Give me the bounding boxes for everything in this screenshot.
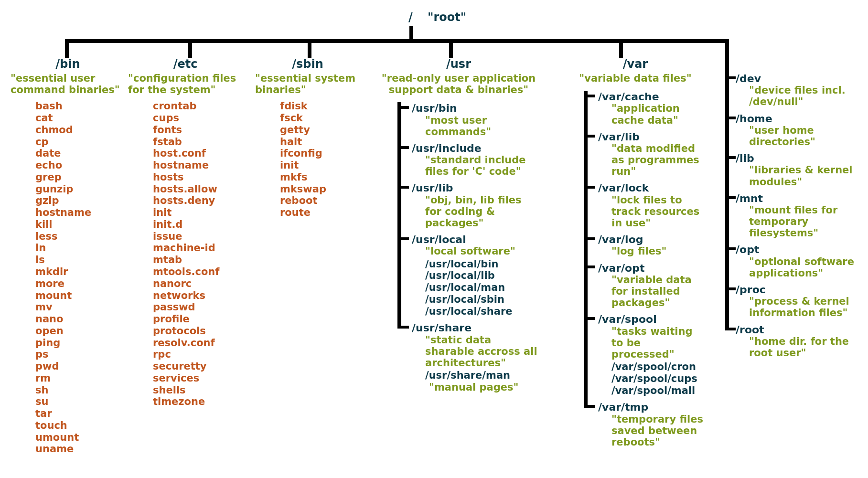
var-tick bbox=[584, 266, 595, 268]
var-sub: /var/opt"variable data for installed pac… bbox=[584, 262, 707, 309]
etc-item: networks bbox=[153, 290, 243, 302]
var-desc: "variable data files" bbox=[564, 73, 707, 84]
var-subsub-item: /var/spool/cron bbox=[611, 361, 707, 373]
bin-item: grep bbox=[35, 171, 125, 183]
bin-item: echo bbox=[35, 159, 125, 171]
col-etc: /etc "configuration files for the system… bbox=[128, 57, 243, 408]
drop-etc bbox=[188, 39, 192, 58]
sbin-item: mkfs bbox=[280, 171, 360, 183]
usr-tick bbox=[397, 326, 409, 329]
usr-tick bbox=[397, 186, 409, 189]
right-sub-desc: "user home directories" bbox=[749, 125, 860, 148]
usr-subsub-item: /usr/local/sbin bbox=[425, 294, 540, 306]
var-subsub-item: /var/spool/cups bbox=[611, 373, 707, 385]
sbin-item: halt bbox=[280, 136, 360, 148]
etc-item: init.d bbox=[153, 219, 243, 231]
etc-item: rpc bbox=[153, 349, 243, 361]
sbin-item: init bbox=[280, 159, 360, 171]
usr-subsub-item: /usr/share/man bbox=[425, 370, 540, 382]
right-tick bbox=[725, 247, 736, 250]
col-bin: /bin "essential user command binaries" b… bbox=[11, 57, 125, 455]
main-trunk bbox=[65, 39, 729, 43]
var-tick bbox=[584, 95, 595, 97]
etc-item: hosts.allow bbox=[153, 183, 243, 195]
etc-item: timezone bbox=[153, 396, 243, 408]
usr-sub-desc: "most user commands" bbox=[425, 115, 540, 138]
etc-item: mtab bbox=[153, 254, 243, 266]
bin-item: tar bbox=[35, 408, 125, 420]
right-sub-name: /opt bbox=[736, 244, 860, 255]
bin-item: su bbox=[35, 396, 125, 408]
etc-item: services bbox=[153, 372, 243, 384]
var-tick bbox=[584, 186, 595, 189]
var-sub: /var/spool"tasks waiting to be processed… bbox=[584, 313, 707, 396]
drop-sbin bbox=[308, 39, 311, 58]
drop-bin bbox=[65, 39, 69, 58]
usr-subsub-item: /usr/local/lib bbox=[425, 270, 540, 282]
etc-item: fstab bbox=[153, 136, 243, 148]
bin-item: ls bbox=[35, 254, 125, 266]
usr-title: /usr bbox=[377, 57, 540, 71]
var-sub-desc: "tasks waiting to be processed" bbox=[611, 326, 707, 360]
bin-item: less bbox=[35, 231, 125, 243]
var-sub-name: /var/spool bbox=[598, 313, 707, 325]
etc-item: hosts.deny bbox=[153, 195, 243, 207]
bin-item: mv bbox=[35, 301, 125, 313]
sbin-item: fsck bbox=[280, 112, 360, 124]
etc-item: hostname bbox=[153, 159, 243, 171]
usr-sub: /usr/include"standard include files for … bbox=[397, 142, 540, 178]
var-title: /var bbox=[564, 57, 707, 71]
etc-item: nanorc bbox=[153, 278, 243, 290]
var-sub-desc: "lock files to track resources in use" bbox=[611, 194, 707, 229]
right-sub: /home"user home directories" bbox=[721, 113, 860, 148]
col-right: /dev"device files incl. /dev/null"/home"… bbox=[721, 73, 860, 363]
right-sub: /mnt"mount files for temporary filesyste… bbox=[721, 192, 860, 239]
var-sub-desc: "temporary files saved between reboots" bbox=[611, 414, 707, 448]
usr-subsub-list: /usr/share/man bbox=[425, 370, 540, 382]
usr-sub-desc: "obj, bin, lib files for coding & packag… bbox=[425, 194, 540, 229]
usr-sub-desc: "standard include files for 'C' code" bbox=[425, 154, 540, 177]
right-tick bbox=[725, 287, 736, 290]
bin-item: kill bbox=[35, 219, 125, 231]
right-sub-desc: "optional software applications" bbox=[749, 256, 860, 279]
bin-item: sh bbox=[35, 384, 125, 396]
drop-var bbox=[619, 39, 623, 58]
var-sub-name: /var/opt bbox=[598, 262, 707, 274]
col-var: /var "variable data files" /var/cache"ap… bbox=[564, 57, 707, 453]
var-sub-name: /var/tmp bbox=[598, 401, 707, 413]
var-sub-name: /var/log bbox=[598, 234, 707, 245]
var-subsub-list: /var/spool/cron/var/spool/cups/var/spool… bbox=[611, 361, 707, 396]
sbin-item: reboot bbox=[280, 195, 360, 207]
bin-item: chmod bbox=[35, 124, 125, 136]
sbin-file-list: fdiskfsckgettyhaltifconfiginitmkfsmkswap… bbox=[280, 100, 360, 219]
right-sub-desc: "mount files for temporary filesystems" bbox=[749, 204, 860, 239]
etc-item: passwd bbox=[153, 301, 243, 313]
usr-sub-name: /usr/include bbox=[412, 142, 540, 154]
sbin-item: fdisk bbox=[280, 100, 360, 112]
etc-item: shells bbox=[153, 384, 243, 396]
right-sub-name: /home bbox=[736, 113, 860, 125]
etc-item: mtools.conf bbox=[153, 266, 243, 278]
usr-sub: /usr/lib"obj, bin, lib files for coding … bbox=[397, 182, 540, 229]
var-sub: /var/tmp"temporary files saved between r… bbox=[584, 401, 707, 448]
bin-item: gzip bbox=[35, 195, 125, 207]
var-tick bbox=[584, 135, 595, 138]
usr-sub-name: /usr/bin bbox=[412, 102, 540, 114]
etc-item: securetty bbox=[153, 361, 243, 372]
var-sub-desc: "log files" bbox=[611, 245, 707, 257]
right-sub: /dev"device files incl. /dev/null" bbox=[721, 73, 860, 108]
etc-item: crontab bbox=[153, 100, 243, 112]
right-sub-desc: "libraries & kernel modules" bbox=[749, 164, 860, 187]
sbin-item: getty bbox=[280, 124, 360, 136]
bin-item: cat bbox=[35, 112, 125, 124]
etc-item: resolv.conf bbox=[153, 337, 243, 349]
usr-subsub-item: /usr/local/share bbox=[425, 306, 540, 318]
bin-item: open bbox=[35, 325, 125, 337]
right-tick bbox=[725, 328, 736, 330]
etc-item: protocols bbox=[153, 325, 243, 337]
bin-file-list: bashcatchmodcpdateechogrepgunzipgziphost… bbox=[35, 100, 125, 455]
etc-file-list: crontabcupsfontsfstabhost.confhostnameho… bbox=[153, 100, 243, 408]
right-tick bbox=[725, 117, 736, 119]
right-sub-name: /proc bbox=[736, 284, 860, 296]
etc-title: /etc bbox=[128, 57, 243, 71]
